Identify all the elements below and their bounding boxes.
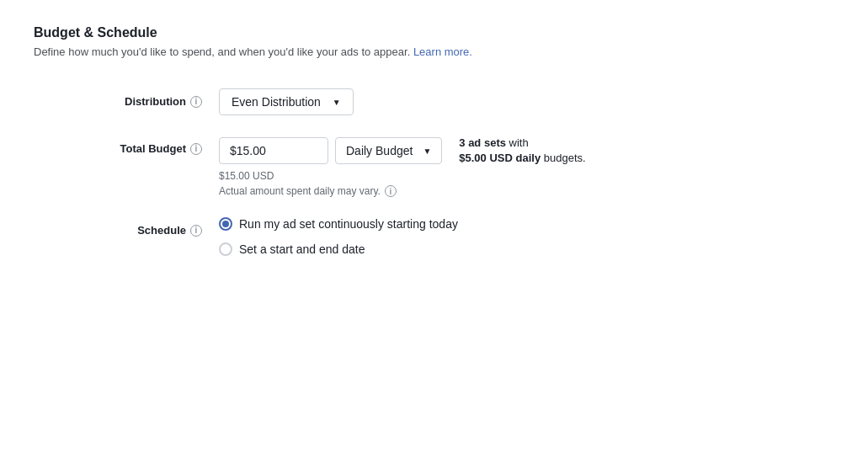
distribution-row: Distribution i Even Distribution ▼ [34,88,834,115]
distribution-label: Distribution i [34,88,202,108]
budget-type-dropdown[interactable]: Daily Budget ▼ [335,137,442,164]
page-title: Budget & Schedule [34,25,834,40]
budget-info-icon[interactable]: i [190,143,202,155]
schedule-label: Schedule i [34,217,202,237]
chevron-down-icon: ▼ [423,146,431,156]
ad-sets-amount: $5.00 USD daily [459,152,541,164]
distribution-info-icon[interactable]: i [190,96,202,108]
schedule-options: Run my ad set continuously starting toda… [219,217,458,256]
radio-continuous [219,217,232,231]
section-header: Budget & Schedule Define how much you'd … [34,25,834,58]
budget-usd-label: $15.00 USD [219,170,586,182]
budget-content: Daily Budget ▼ 3 ad sets with $5.00 USD … [219,136,586,197]
ad-sets-count: 3 ad sets [459,136,506,149]
actual-amount-info-icon[interactable]: i [385,185,397,197]
budget-type-value: Daily Budget [346,144,413,157]
distribution-content: Even Distribution ▼ [219,88,354,115]
ad-sets-info: 3 ad sets with $5.00 USD daily budgets. [459,136,585,166]
distribution-dropdown[interactable]: Even Distribution ▼ [219,88,354,115]
actual-amount-note: Actual amount spent daily may vary. i [219,185,586,197]
budget-amount-input[interactable] [219,137,328,164]
subtitle-text: Define how much you'd like to spend, and… [34,45,410,58]
total-budget-label: Total Budget i [34,136,202,155]
schedule-row: Schedule i Run my ad set continuously st… [34,217,834,256]
chevron-down-icon: ▼ [333,98,341,107]
schedule-option-continuous[interactable]: Run my ad set continuously starting toda… [219,217,458,231]
page-container: Budget & Schedule Define how much you'd … [34,25,834,256]
budget-input-row: Daily Budget ▼ 3 ad sets with $5.00 USD … [219,136,586,166]
distribution-value: Even Distribution [232,95,321,109]
ad-sets-budgets: budgets. [541,152,586,164]
ad-sets-suffix: with [506,136,529,149]
page-subtitle: Define how much you'd like to spend, and… [34,45,834,58]
schedule-option-date-range-label: Set a start and end date [239,242,365,256]
schedule-option-continuous-label: Run my ad set continuously starting toda… [239,217,458,231]
total-budget-row: Total Budget i Daily Budget ▼ 3 ad sets … [34,136,834,197]
radio-date-range [219,242,232,256]
learn-more-link[interactable]: Learn more. [413,45,472,58]
schedule-info-icon[interactable]: i [190,225,202,237]
schedule-option-date-range[interactable]: Set a start and end date [219,242,458,256]
